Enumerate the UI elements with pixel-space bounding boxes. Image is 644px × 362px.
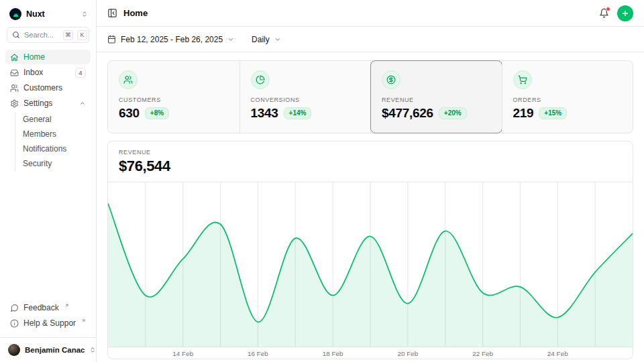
- external-link-icon: [81, 318, 86, 323]
- granularity-select[interactable]: Daily: [252, 35, 281, 44]
- collapse-sidebar-icon[interactable]: [107, 8, 117, 18]
- app-window: Nuxt ⌘ K Home Inb: [0, 0, 644, 362]
- chart-title: REVENUE: [119, 149, 622, 156]
- user-name: Benjamin Canac: [25, 346, 85, 354]
- stat-value: 1343: [251, 106, 278, 121]
- topbar: Home: [97, 0, 644, 27]
- sidebar: Nuxt ⌘ K Home Inb: [0, 0, 97, 362]
- x-axis-tick-label: 20 Feb: [397, 350, 418, 357]
- external-link-icon: [64, 303, 69, 308]
- chevrons-up-down-icon: [81, 11, 88, 17]
- unread-notification-dot: [606, 7, 610, 11]
- sidebar-item-label: Inbox: [23, 68, 43, 77]
- sidebar-item-general[interactable]: General: [23, 112, 91, 127]
- pie-chart-icon: [251, 70, 270, 89]
- sidebar-item-members[interactable]: Members: [23, 127, 91, 141]
- x-axis-tick-label: 16 Feb: [248, 350, 268, 357]
- sidebar-item-label: Customers: [23, 83, 62, 93]
- kbd-k: K: [77, 30, 87, 40]
- sidebar-footer-links: Feedback Help & Support: [5, 300, 91, 332]
- kbd-cmd: ⌘: [63, 30, 73, 40]
- stat-value: 630: [119, 106, 140, 121]
- sidebar-item-label: Feedback: [23, 303, 59, 312]
- stat-delta-badge: +20%: [439, 107, 467, 119]
- chart-total-value: $76,544: [119, 158, 622, 175]
- stat-delta-badge: +8%: [145, 107, 169, 119]
- dollar-circle-icon: [382, 70, 400, 89]
- stat-label: ORDERS: [513, 97, 623, 103]
- stat-card-conversions[interactable]: CONVERSIONS 1343 +14%: [239, 61, 371, 133]
- search-input[interactable]: [24, 31, 59, 39]
- sidebar-item-label: Home: [23, 52, 45, 62]
- chevron-down-icon: [227, 36, 234, 43]
- gear-icon: [10, 99, 19, 108]
- sidebar-item-feedback[interactable]: Feedback: [5, 300, 91, 315]
- add-button[interactable]: [617, 5, 633, 21]
- settings-subnav: General Members Notifications Security: [15, 112, 91, 171]
- x-axis-tick-label: 24 Feb: [547, 350, 568, 357]
- stat-label: CONVERSIONS: [251, 97, 360, 103]
- stats-row: CUSTOMERS 630 +8% CONVERSIONS 1343 +14%: [107, 60, 633, 133]
- x-axis-tick-label: 18 Feb: [323, 350, 343, 357]
- stat-value: $477,626: [382, 106, 433, 121]
- users-icon: [10, 84, 19, 93]
- page-title: Home: [123, 8, 148, 18]
- stat-card-orders[interactable]: ORDERS 219 +15%: [502, 61, 633, 133]
- workspace-switcher[interactable]: Nuxt: [5, 5, 91, 25]
- chevron-up-icon: [79, 100, 86, 107]
- chevrons-up-down-icon: [89, 347, 96, 353]
- stat-delta-badge: +14%: [284, 107, 312, 119]
- stat-value: 219: [513, 106, 534, 121]
- sidebar-item-label: Settings: [23, 99, 52, 108]
- x-axis-labels: 14 Feb16 Feb18 Feb20 Feb22 Feb24 Feb: [172, 350, 568, 357]
- sidebar-item-security[interactable]: Security: [23, 156, 91, 171]
- sidebar-item-customers[interactable]: Customers: [5, 80, 91, 95]
- users-icon: [119, 70, 138, 89]
- sidebar-item-inbox[interactable]: Inbox 4: [5, 65, 91, 80]
- main-area: Home Feb 12, 2025 - Feb 26, 2025: [97, 0, 644, 362]
- granularity-label: Daily: [252, 35, 270, 44]
- shopping-cart-icon: [513, 70, 532, 89]
- notifications-bell-icon[interactable]: [599, 8, 609, 18]
- filter-toolbar: Feb 12, 2025 - Feb 26, 2025 Daily: [97, 27, 644, 52]
- area-chart-svg[interactable]: 14 Feb16 Feb18 Feb20 Feb22 Feb24 Feb: [108, 182, 633, 359]
- chart-header: REVENUE $76,544: [108, 141, 633, 182]
- x-axis-tick-label: 22 Feb: [472, 350, 493, 357]
- inbox-count-badge: 4: [75, 68, 86, 78]
- stat-card-customers[interactable]: CUSTOMERS 630 +8%: [108, 61, 239, 133]
- x-axis-tick-label: 14 Feb: [172, 350, 193, 357]
- sidebar-spacer: [5, 171, 91, 300]
- info-circle-icon: [10, 319, 19, 328]
- inbox-icon: [10, 68, 19, 77]
- chevron-down-icon: [274, 36, 281, 43]
- house-icon: [10, 53, 19, 62]
- search-input-wrapper[interactable]: ⌘ K: [7, 27, 89, 43]
- revenue-area-chart[interactable]: 14 Feb16 Feb18 Feb20 Feb22 Feb24 Feb: [108, 182, 633, 359]
- stat-label: REVENUE: [382, 97, 491, 103]
- stat-delta-badge: +15%: [539, 107, 567, 119]
- sidebar-nav: Home Inbox 4 Customers Settings: [5, 50, 91, 171]
- search-icon: [12, 31, 20, 39]
- user-menu[interactable]: Benjamin Canac: [0, 337, 96, 362]
- sidebar-item-home[interactable]: Home: [5, 50, 91, 64]
- sidebar-item-settings[interactable]: Settings: [5, 96, 91, 111]
- workspace-name: Nuxt: [26, 9, 76, 19]
- sidebar-item-help-support[interactable]: Help & Support: [5, 316, 91, 330]
- sidebar-item-label: Help & Support: [23, 318, 76, 328]
- avatar: [8, 344, 20, 356]
- calendar-icon: [107, 35, 116, 44]
- sidebar-item-notifications[interactable]: Notifications: [23, 141, 91, 156]
- date-range-label: Feb 12, 2025 - Feb 26, 2025: [121, 35, 223, 44]
- date-range-picker[interactable]: Feb 12, 2025 - Feb 26, 2025: [107, 35, 234, 44]
- revenue-chart-card: REVENUE $76,544 14 Feb16 Feb18 Feb20 Feb…: [107, 141, 633, 359]
- nuxt-logo-icon: [9, 8, 21, 20]
- dashboard-content: CUSTOMERS 630 +8% CONVERSIONS 1343 +14%: [97, 52, 644, 362]
- stat-label: CUSTOMERS: [119, 97, 229, 103]
- message-circle-icon: [10, 304, 19, 312]
- stat-card-revenue[interactable]: REVENUE $477,626 +20%: [370, 61, 502, 133]
